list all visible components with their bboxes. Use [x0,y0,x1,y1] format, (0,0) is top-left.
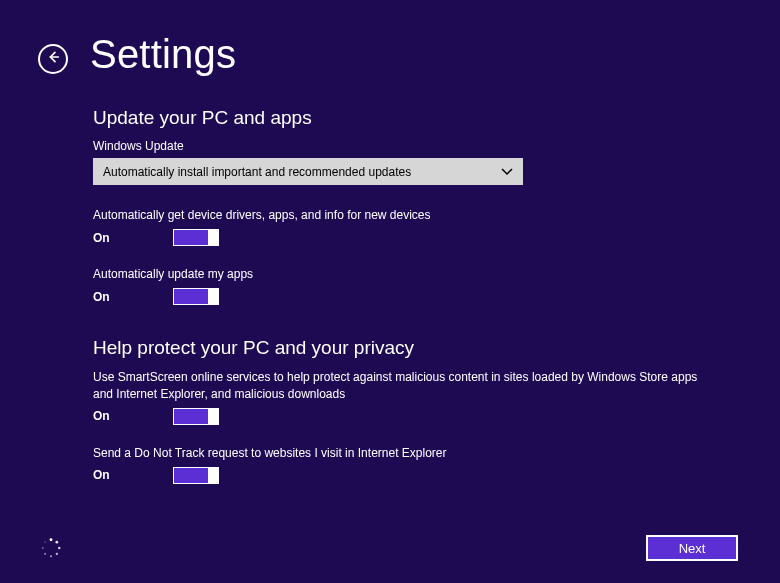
toggle-state-smartscreen: On [93,409,123,423]
svg-point-1 [55,541,58,544]
arrow-left-icon [45,49,61,69]
toggle-desc-apps: Automatically update my apps [93,266,703,282]
toggle-state-apps: On [93,290,123,304]
toggle-thumb [208,288,219,305]
svg-point-5 [44,553,46,555]
windows-update-dropdown[interactable]: Automatically install important and reco… [93,158,523,185]
svg-point-7 [44,541,46,543]
toggle-state-dnt: On [93,468,123,482]
windows-update-label: Windows Update [93,139,740,153]
dropdown-selected-value: Automatically install important and reco… [103,165,411,179]
toggle-desc-drivers: Automatically get device drivers, apps, … [93,207,703,223]
svg-point-4 [50,555,52,557]
section-heading-update: Update your PC and apps [93,107,740,129]
svg-point-0 [50,538,53,541]
toggle-thumb [208,408,219,425]
toggle-state-drivers: On [93,231,123,245]
section-heading-privacy: Help protect your PC and your privacy [93,337,740,359]
chevron-down-icon [501,165,513,179]
toggle-thumb [208,229,219,246]
toggle-dnt[interactable] [173,467,219,484]
svg-point-2 [58,547,61,550]
next-button-label: Next [679,541,706,556]
toggle-smartscreen[interactable] [173,408,219,425]
toggle-thumb [208,467,219,484]
next-button[interactable]: Next [646,535,738,561]
back-button[interactable] [38,44,68,74]
toggle-drivers[interactable] [173,229,219,246]
svg-point-3 [56,553,58,555]
svg-point-6 [42,547,44,549]
toggle-apps[interactable] [173,288,219,305]
toggle-desc-smartscreen: Use SmartScreen online services to help … [93,369,703,401]
toggle-desc-dnt: Send a Do Not Track request to websites … [93,445,703,461]
loading-spinner-icon [40,537,62,559]
page-title: Settings [90,32,236,77]
